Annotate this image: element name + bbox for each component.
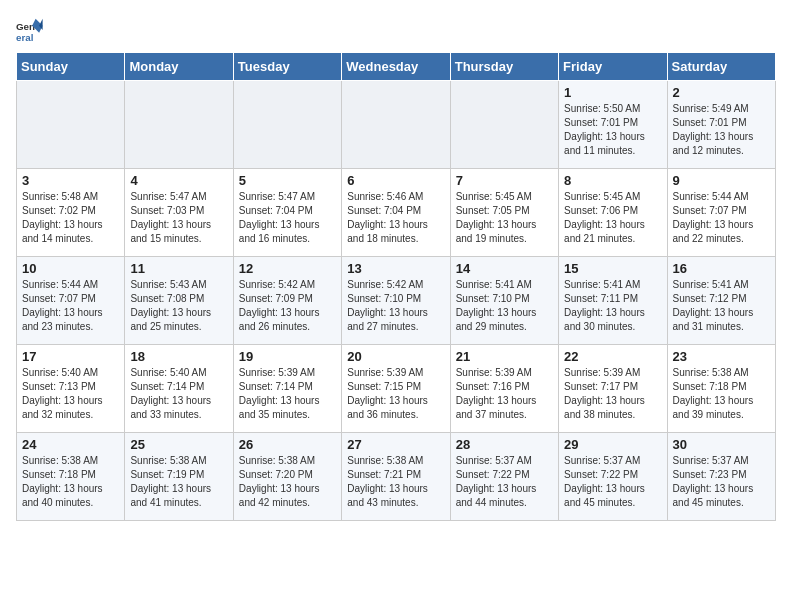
day-info: Sunrise: 5:42 AM Sunset: 7:10 PM Dayligh… (347, 278, 444, 334)
calendar-cell (233, 81, 341, 169)
day-number: 29 (564, 437, 661, 452)
day-number: 14 (456, 261, 553, 276)
day-info: Sunrise: 5:45 AM Sunset: 7:05 PM Dayligh… (456, 190, 553, 246)
calendar-week-row: 1Sunrise: 5:50 AM Sunset: 7:01 PM Daylig… (17, 81, 776, 169)
day-number: 16 (673, 261, 770, 276)
day-info: Sunrise: 5:46 AM Sunset: 7:04 PM Dayligh… (347, 190, 444, 246)
day-number: 26 (239, 437, 336, 452)
day-info: Sunrise: 5:39 AM Sunset: 7:14 PM Dayligh… (239, 366, 336, 422)
day-number: 22 (564, 349, 661, 364)
svg-text:eral: eral (16, 32, 34, 43)
calendar-cell: 19Sunrise: 5:39 AM Sunset: 7:14 PM Dayli… (233, 345, 341, 433)
day-header-thursday: Thursday (450, 53, 558, 81)
calendar-cell: 9Sunrise: 5:44 AM Sunset: 7:07 PM Daylig… (667, 169, 775, 257)
calendar-cell: 25Sunrise: 5:38 AM Sunset: 7:19 PM Dayli… (125, 433, 233, 521)
day-info: Sunrise: 5:38 AM Sunset: 7:20 PM Dayligh… (239, 454, 336, 510)
calendar-cell: 17Sunrise: 5:40 AM Sunset: 7:13 PM Dayli… (17, 345, 125, 433)
day-number: 24 (22, 437, 119, 452)
day-header-saturday: Saturday (667, 53, 775, 81)
day-info: Sunrise: 5:38 AM Sunset: 7:21 PM Dayligh… (347, 454, 444, 510)
calendar-cell: 16Sunrise: 5:41 AM Sunset: 7:12 PM Dayli… (667, 257, 775, 345)
day-number: 6 (347, 173, 444, 188)
day-number: 20 (347, 349, 444, 364)
day-info: Sunrise: 5:39 AM Sunset: 7:17 PM Dayligh… (564, 366, 661, 422)
day-number: 13 (347, 261, 444, 276)
day-header-sunday: Sunday (17, 53, 125, 81)
page-header: Gen eral (16, 16, 776, 44)
calendar-cell: 15Sunrise: 5:41 AM Sunset: 7:11 PM Dayli… (559, 257, 667, 345)
day-info: Sunrise: 5:41 AM Sunset: 7:11 PM Dayligh… (564, 278, 661, 334)
calendar-cell: 13Sunrise: 5:42 AM Sunset: 7:10 PM Dayli… (342, 257, 450, 345)
day-number: 1 (564, 85, 661, 100)
calendar-header-row: SundayMondayTuesdayWednesdayThursdayFrid… (17, 53, 776, 81)
day-number: 8 (564, 173, 661, 188)
day-info: Sunrise: 5:39 AM Sunset: 7:16 PM Dayligh… (456, 366, 553, 422)
calendar-cell: 11Sunrise: 5:43 AM Sunset: 7:08 PM Dayli… (125, 257, 233, 345)
day-info: Sunrise: 5:44 AM Sunset: 7:07 PM Dayligh… (22, 278, 119, 334)
calendar-cell (125, 81, 233, 169)
day-info: Sunrise: 5:38 AM Sunset: 7:18 PM Dayligh… (22, 454, 119, 510)
calendar-week-row: 17Sunrise: 5:40 AM Sunset: 7:13 PM Dayli… (17, 345, 776, 433)
day-number: 25 (130, 437, 227, 452)
day-info: Sunrise: 5:45 AM Sunset: 7:06 PM Dayligh… (564, 190, 661, 246)
svg-text:Gen: Gen (16, 21, 35, 32)
calendar-cell: 5Sunrise: 5:47 AM Sunset: 7:04 PM Daylig… (233, 169, 341, 257)
day-number: 28 (456, 437, 553, 452)
calendar-cell: 14Sunrise: 5:41 AM Sunset: 7:10 PM Dayli… (450, 257, 558, 345)
day-number: 9 (673, 173, 770, 188)
day-info: Sunrise: 5:47 AM Sunset: 7:03 PM Dayligh… (130, 190, 227, 246)
day-number: 18 (130, 349, 227, 364)
day-number: 5 (239, 173, 336, 188)
calendar-cell: 2Sunrise: 5:49 AM Sunset: 7:01 PM Daylig… (667, 81, 775, 169)
day-number: 10 (22, 261, 119, 276)
calendar-cell (17, 81, 125, 169)
calendar-cell: 23Sunrise: 5:38 AM Sunset: 7:18 PM Dayli… (667, 345, 775, 433)
calendar-cell: 7Sunrise: 5:45 AM Sunset: 7:05 PM Daylig… (450, 169, 558, 257)
calendar-cell: 4Sunrise: 5:47 AM Sunset: 7:03 PM Daylig… (125, 169, 233, 257)
day-number: 23 (673, 349, 770, 364)
day-number: 15 (564, 261, 661, 276)
calendar-cell (450, 81, 558, 169)
calendar-cell: 30Sunrise: 5:37 AM Sunset: 7:23 PM Dayli… (667, 433, 775, 521)
day-info: Sunrise: 5:44 AM Sunset: 7:07 PM Dayligh… (673, 190, 770, 246)
calendar-cell: 3Sunrise: 5:48 AM Sunset: 7:02 PM Daylig… (17, 169, 125, 257)
logo-icon: Gen eral (16, 16, 44, 44)
day-header-wednesday: Wednesday (342, 53, 450, 81)
calendar-cell: 8Sunrise: 5:45 AM Sunset: 7:06 PM Daylig… (559, 169, 667, 257)
day-number: 12 (239, 261, 336, 276)
calendar-cell (342, 81, 450, 169)
day-info: Sunrise: 5:47 AM Sunset: 7:04 PM Dayligh… (239, 190, 336, 246)
calendar-cell: 21Sunrise: 5:39 AM Sunset: 7:16 PM Dayli… (450, 345, 558, 433)
day-number: 30 (673, 437, 770, 452)
calendar-week-row: 24Sunrise: 5:38 AM Sunset: 7:18 PM Dayli… (17, 433, 776, 521)
day-info: Sunrise: 5:37 AM Sunset: 7:22 PM Dayligh… (456, 454, 553, 510)
day-number: 11 (130, 261, 227, 276)
day-info: Sunrise: 5:43 AM Sunset: 7:08 PM Dayligh… (130, 278, 227, 334)
calendar-cell: 10Sunrise: 5:44 AM Sunset: 7:07 PM Dayli… (17, 257, 125, 345)
calendar-cell: 12Sunrise: 5:42 AM Sunset: 7:09 PM Dayli… (233, 257, 341, 345)
day-info: Sunrise: 5:38 AM Sunset: 7:19 PM Dayligh… (130, 454, 227, 510)
day-number: 27 (347, 437, 444, 452)
day-info: Sunrise: 5:41 AM Sunset: 7:12 PM Dayligh… (673, 278, 770, 334)
day-number: 2 (673, 85, 770, 100)
day-number: 3 (22, 173, 119, 188)
calendar-table: SundayMondayTuesdayWednesdayThursdayFrid… (16, 52, 776, 521)
calendar-cell: 26Sunrise: 5:38 AM Sunset: 7:20 PM Dayli… (233, 433, 341, 521)
calendar-week-row: 10Sunrise: 5:44 AM Sunset: 7:07 PM Dayli… (17, 257, 776, 345)
calendar-cell: 6Sunrise: 5:46 AM Sunset: 7:04 PM Daylig… (342, 169, 450, 257)
day-info: Sunrise: 5:40 AM Sunset: 7:13 PM Dayligh… (22, 366, 119, 422)
calendar-cell: 29Sunrise: 5:37 AM Sunset: 7:22 PM Dayli… (559, 433, 667, 521)
day-number: 17 (22, 349, 119, 364)
day-info: Sunrise: 5:49 AM Sunset: 7:01 PM Dayligh… (673, 102, 770, 158)
calendar-cell: 27Sunrise: 5:38 AM Sunset: 7:21 PM Dayli… (342, 433, 450, 521)
day-number: 7 (456, 173, 553, 188)
logo: Gen eral (16, 16, 48, 44)
day-info: Sunrise: 5:37 AM Sunset: 7:22 PM Dayligh… (564, 454, 661, 510)
calendar-cell: 24Sunrise: 5:38 AM Sunset: 7:18 PM Dayli… (17, 433, 125, 521)
day-info: Sunrise: 5:48 AM Sunset: 7:02 PM Dayligh… (22, 190, 119, 246)
calendar-week-row: 3Sunrise: 5:48 AM Sunset: 7:02 PM Daylig… (17, 169, 776, 257)
day-info: Sunrise: 5:39 AM Sunset: 7:15 PM Dayligh… (347, 366, 444, 422)
day-info: Sunrise: 5:37 AM Sunset: 7:23 PM Dayligh… (673, 454, 770, 510)
day-header-monday: Monday (125, 53, 233, 81)
day-info: Sunrise: 5:40 AM Sunset: 7:14 PM Dayligh… (130, 366, 227, 422)
